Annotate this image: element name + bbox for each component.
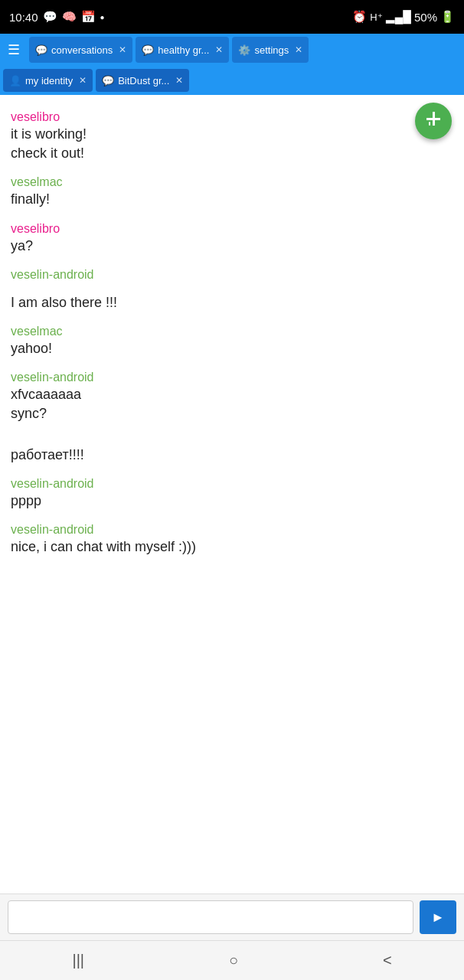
back-icon: < xyxy=(383,952,392,969)
msg-block-veselibro-1: veselibro it is working! check it out! xyxy=(11,103,453,163)
settings-tab-close[interactable]: ✕ xyxy=(295,44,302,55)
bottom-nav: ||| ○ < xyxy=(0,940,464,980)
sender-veselin-android-4: veselin-android xyxy=(11,523,453,537)
conversations-tab-icon: 💬 xyxy=(35,44,47,56)
msg-text-veselmac-2: yahoo! xyxy=(11,339,453,358)
my-identity-tab-close[interactable]: ✕ xyxy=(79,75,87,86)
msg-text-veselin-android-4: nice, i can chat with myself :))) xyxy=(11,537,453,557)
sender-veselin-android-3: veselin-android xyxy=(11,477,453,491)
msg-block-veselin-android-2: veselin-android xfvcaaaaaa sync? работае… xyxy=(11,363,453,465)
battery-text: 50% xyxy=(414,11,437,24)
msg-spacer-2 xyxy=(11,424,453,435)
conversations-tab-label: conversations xyxy=(51,44,113,56)
svg-rect-2 xyxy=(429,122,430,126)
status-right: ⏰ H⁺ ▂▄█ 50% 🔋 xyxy=(352,10,455,24)
tab-bar-row1: ☰ 💬 conversations ✕ 💬 healthy gr... ✕ ⚙️… xyxy=(0,34,464,66)
battery-icon: 🔋 xyxy=(440,10,455,24)
msg-text-veselin-android-2a: xfvcaaaaaa xyxy=(11,385,453,404)
status-bar: 10:40 💬 🧠 📅 ● ⏰ H⁺ ▂▄█ 50% 🔋 xyxy=(0,0,464,34)
message-input[interactable] xyxy=(8,900,413,934)
bitdust-tab-icon: 💬 xyxy=(102,75,114,87)
msg-block-veselin-android-4: veselin-android nice, i can chat with my… xyxy=(11,515,453,557)
msg-spacer-1 xyxy=(11,283,453,293)
status-left: 10:40 💬 🧠 📅 ● xyxy=(9,10,105,24)
calendar-icon: 📅 xyxy=(81,10,96,24)
bars-icon: ▂▄█ xyxy=(386,10,411,24)
healthy-tab-label: healthy gr... xyxy=(158,44,209,56)
msg-block-veselin-android-1: veselin-android I am also there !!! xyxy=(11,260,453,312)
msg-text-veselin-android-1: I am also there !!! xyxy=(11,293,453,312)
settings-tab-icon: ⚙️ xyxy=(238,44,250,56)
msg-text-veselin-android-2c: работает!!!! xyxy=(11,446,453,465)
home-icon: ○ xyxy=(229,952,238,969)
hamburger-button[interactable]: ☰ xyxy=(0,41,28,58)
sender-veselin-android-2: veselin-android xyxy=(11,371,453,384)
my-identity-tab-icon: 👤 xyxy=(9,75,21,87)
sender-veselin-android-1: veselin-android xyxy=(11,268,453,282)
msg-text-veselibro-1a: it is working! xyxy=(11,125,453,144)
home-button[interactable]: ○ xyxy=(214,946,253,975)
back-button[interactable]: < xyxy=(368,946,407,975)
msg-block-veselmac-2: veselmac yahoo! xyxy=(11,317,453,358)
conversations-tab-close[interactable]: ✕ xyxy=(119,44,126,55)
sender-veselmac-1: veselmac xyxy=(11,175,453,189)
alarm-icon: ⏰ xyxy=(352,10,367,24)
brain-icon: 🧠 xyxy=(62,10,77,24)
msg-text-veselmac-1: finally! xyxy=(11,190,453,209)
tab-bar-row2: 👤 my identity ✕ 💬 BitDust gr... ✕ xyxy=(0,66,464,95)
send-button[interactable]: ► xyxy=(420,900,456,934)
msg-block-veselibro-2: veselibro ya? xyxy=(11,214,453,256)
status-time: 10:40 xyxy=(9,11,38,24)
send-icon: ► xyxy=(431,910,445,926)
msg-spacer-3 xyxy=(11,435,453,446)
new-chat-fab[interactable] xyxy=(415,103,452,139)
tab-settings[interactable]: ⚙️ settings ✕ xyxy=(232,37,309,63)
tab-conversations[interactable]: 💬 conversations ✕ xyxy=(29,37,132,63)
input-bar: ► xyxy=(0,893,464,940)
signal-icon: H⁺ xyxy=(370,11,382,23)
sender-veselibro-2: veselibro xyxy=(11,222,453,236)
my-identity-tab-label: my identity xyxy=(25,75,73,87)
msg-text-veselibro-2: ya? xyxy=(11,237,453,256)
tab-healthy-gr[interactable]: 💬 healthy gr... ✕ xyxy=(136,37,229,63)
recents-button[interactable]: ||| xyxy=(57,946,100,975)
msg-block-veselin-android-3: veselin-android pppp xyxy=(11,469,453,511)
sender-veselmac-2: veselmac xyxy=(11,325,453,338)
svg-rect-1 xyxy=(433,112,435,126)
bitdust-tab-close[interactable]: ✕ xyxy=(175,75,183,86)
whatsapp-icon: 💬 xyxy=(43,10,57,24)
msg-text-veselibro-1b: check it out! xyxy=(11,144,453,163)
msg-block-veselmac-1: veselmac finally! xyxy=(11,168,453,209)
bitdust-tab-label: BitDust gr... xyxy=(118,75,169,87)
msg-text-veselin-android-2b: sync? xyxy=(11,404,453,423)
new-chat-icon xyxy=(425,110,442,132)
sender-veselibro-1: veselibro xyxy=(11,110,453,124)
tab-my-identity[interactable]: 👤 my identity ✕ xyxy=(3,69,93,92)
dot-indicator: ● xyxy=(100,13,105,21)
healthy-tab-close[interactable]: ✕ xyxy=(215,44,223,55)
settings-tab-label: settings xyxy=(254,44,289,56)
chat-area: veselibro it is working! check it out! v… xyxy=(0,95,464,893)
msg-text-veselin-android-3: pppp xyxy=(11,492,453,511)
healthy-tab-icon: 💬 xyxy=(142,44,154,56)
recents-icon: ||| xyxy=(72,952,84,969)
tab-bitdust-gr[interactable]: 💬 BitDust gr... ✕ xyxy=(96,69,189,92)
